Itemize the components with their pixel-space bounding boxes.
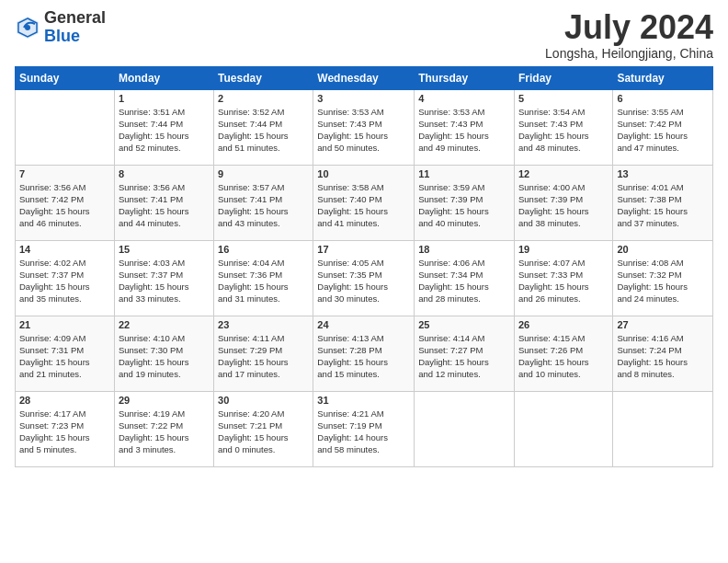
day-number: 20: [617, 244, 709, 255]
day-cell: 2Sunrise: 3:52 AMSunset: 7:44 PMDaylight…: [214, 89, 313, 165]
cell-info: Sunrise: 4:13 AMSunset: 7:28 PMDaylight:…: [317, 332, 410, 381]
day-number: 2: [218, 93, 309, 104]
day-cell: [16, 89, 115, 165]
day-number: 5: [518, 93, 609, 104]
day-number: 6: [617, 93, 709, 104]
day-cell: 3Sunrise: 3:53 AMSunset: 7:43 PMDaylight…: [313, 89, 415, 165]
week-row-5: 28Sunrise: 4:17 AMSunset: 7:23 PMDayligh…: [16, 391, 713, 466]
logo-text: General Blue: [44, 9, 106, 46]
week-row-2: 7Sunrise: 3:56 AMSunset: 7:42 PMDaylight…: [16, 165, 713, 240]
day-cell: [613, 391, 713, 466]
day-cell: 10Sunrise: 3:58 AMSunset: 7:40 PMDayligh…: [313, 165, 415, 240]
logo-general: General: [44, 8, 106, 27]
cell-info: Sunrise: 3:58 AMSunset: 7:40 PMDaylight:…: [317, 181, 410, 230]
day-cell: 23Sunrise: 4:11 AMSunset: 7:29 PMDayligh…: [214, 316, 313, 391]
header-cell-tuesday: Tuesday: [214, 66, 313, 89]
cell-info: Sunrise: 4:03 AMSunset: 7:37 PMDaylight:…: [119, 257, 210, 305]
day-number: 15: [119, 244, 210, 255]
day-number: 1: [119, 93, 210, 104]
day-number: 22: [119, 319, 210, 330]
day-cell: 12Sunrise: 4:00 AMSunset: 7:39 PMDayligh…: [514, 165, 612, 240]
day-cell: 7Sunrise: 3:56 AMSunset: 7:42 PMDaylight…: [16, 165, 115, 240]
day-number: 24: [317, 319, 410, 330]
day-cell: 13Sunrise: 4:01 AMSunset: 7:38 PMDayligh…: [613, 165, 713, 240]
day-cell: 16Sunrise: 4:04 AMSunset: 7:36 PMDayligh…: [214, 240, 313, 316]
day-cell: 31Sunrise: 4:21 AMSunset: 7:19 PMDayligh…: [313, 391, 415, 466]
day-cell: 20Sunrise: 4:08 AMSunset: 7:32 PMDayligh…: [613, 240, 713, 316]
day-cell: 18Sunrise: 4:06 AMSunset: 7:34 PMDayligh…: [415, 240, 515, 316]
day-cell: 25Sunrise: 4:14 AMSunset: 7:27 PMDayligh…: [415, 316, 515, 391]
day-cell: [415, 391, 515, 466]
day-cell: 11Sunrise: 3:59 AMSunset: 7:39 PMDayligh…: [415, 165, 515, 240]
logo-blue: Blue: [44, 27, 80, 45]
day-cell: 17Sunrise: 4:05 AMSunset: 7:35 PMDayligh…: [313, 240, 415, 316]
header-cell-monday: Monday: [114, 66, 213, 89]
header-cell-friday: Friday: [514, 66, 612, 89]
day-cell: 9Sunrise: 3:57 AMSunset: 7:41 PMDaylight…: [214, 165, 313, 240]
cell-info: Sunrise: 3:56 AMSunset: 7:42 PMDaylight:…: [19, 181, 110, 230]
cell-info: Sunrise: 4:04 AMSunset: 7:36 PMDaylight:…: [218, 257, 309, 305]
day-number: 31: [317, 395, 410, 406]
header: General Blue July 2024 Longsha, Heilongj…: [15, 9, 713, 61]
cell-info: Sunrise: 3:59 AMSunset: 7:39 PMDaylight:…: [418, 181, 510, 230]
cell-info: Sunrise: 4:06 AMSunset: 7:34 PMDaylight:…: [418, 257, 510, 305]
cell-info: Sunrise: 4:17 AMSunset: 7:23 PMDaylight:…: [19, 408, 110, 456]
day-cell: 4Sunrise: 3:53 AMSunset: 7:43 PMDaylight…: [415, 89, 515, 165]
day-cell: 30Sunrise: 4:20 AMSunset: 7:21 PMDayligh…: [214, 391, 313, 466]
day-number: 3: [317, 93, 410, 104]
day-cell: 6Sunrise: 3:55 AMSunset: 7:42 PMDaylight…: [613, 89, 713, 165]
header-cell-saturday: Saturday: [613, 66, 713, 89]
month-title: July 2024: [545, 9, 713, 46]
day-cell: 1Sunrise: 3:51 AMSunset: 7:44 PMDaylight…: [114, 89, 213, 165]
day-number: 25: [418, 319, 510, 330]
day-cell: 29Sunrise: 4:19 AMSunset: 7:22 PMDayligh…: [114, 391, 213, 466]
day-number: 18: [418, 244, 510, 255]
cell-info: Sunrise: 3:53 AMSunset: 7:43 PMDaylight:…: [418, 106, 510, 155]
location: Longsha, Heilongjiang, China: [545, 46, 713, 61]
page: General Blue July 2024 Longsha, Heilongj…: [0, 0, 728, 563]
header-cell-thursday: Thursday: [415, 66, 515, 89]
week-row-1: 1Sunrise: 3:51 AMSunset: 7:44 PMDaylight…: [16, 89, 713, 165]
day-cell: 26Sunrise: 4:15 AMSunset: 7:26 PMDayligh…: [514, 316, 612, 391]
cell-info: Sunrise: 4:01 AMSunset: 7:38 PMDaylight:…: [617, 181, 709, 230]
day-cell: [514, 391, 612, 466]
cell-info: Sunrise: 4:02 AMSunset: 7:37 PMDaylight:…: [19, 257, 110, 305]
svg-point-2: [25, 25, 30, 30]
logo-icon: [15, 15, 40, 40]
day-number: 21: [19, 319, 110, 330]
cell-info: Sunrise: 4:19 AMSunset: 7:22 PMDaylight:…: [119, 408, 210, 456]
day-cell: 8Sunrise: 3:56 AMSunset: 7:41 PMDaylight…: [114, 165, 213, 240]
cell-info: Sunrise: 3:56 AMSunset: 7:41 PMDaylight:…: [119, 181, 210, 230]
day-number: 26: [518, 319, 609, 330]
cell-info: Sunrise: 3:54 AMSunset: 7:43 PMDaylight:…: [518, 106, 609, 155]
cell-info: Sunrise: 4:15 AMSunset: 7:26 PMDaylight:…: [518, 332, 609, 381]
cell-info: Sunrise: 3:53 AMSunset: 7:43 PMDaylight:…: [317, 106, 410, 155]
day-cell: 15Sunrise: 4:03 AMSunset: 7:37 PMDayligh…: [114, 240, 213, 316]
day-cell: 21Sunrise: 4:09 AMSunset: 7:31 PMDayligh…: [16, 316, 115, 391]
day-number: 7: [19, 168, 110, 179]
day-cell: 27Sunrise: 4:16 AMSunset: 7:24 PMDayligh…: [613, 316, 713, 391]
day-cell: 24Sunrise: 4:13 AMSunset: 7:28 PMDayligh…: [313, 316, 415, 391]
day-number: 29: [119, 395, 210, 406]
header-cell-sunday: Sunday: [16, 66, 115, 89]
day-number: 28: [19, 395, 110, 406]
day-cell: 5Sunrise: 3:54 AMSunset: 7:43 PMDaylight…: [514, 89, 612, 165]
header-row: SundayMondayTuesdayWednesdayThursdayFrid…: [16, 66, 713, 89]
day-number: 11: [418, 168, 510, 179]
day-cell: 14Sunrise: 4:02 AMSunset: 7:37 PMDayligh…: [16, 240, 115, 316]
day-number: 19: [518, 244, 609, 255]
day-number: 30: [218, 395, 309, 406]
day-number: 16: [218, 244, 309, 255]
day-number: 13: [617, 168, 709, 179]
day-number: 4: [418, 93, 510, 104]
header-cell-wednesday: Wednesday: [313, 66, 415, 89]
cell-info: Sunrise: 4:08 AMSunset: 7:32 PMDaylight:…: [617, 257, 709, 305]
calendar-table: SundayMondayTuesdayWednesdayThursdayFrid…: [15, 66, 713, 467]
cell-info: Sunrise: 4:09 AMSunset: 7:31 PMDaylight:…: [19, 332, 110, 381]
cell-info: Sunrise: 3:55 AMSunset: 7:42 PMDaylight:…: [617, 106, 709, 155]
cell-info: Sunrise: 4:11 AMSunset: 7:29 PMDaylight:…: [218, 332, 309, 381]
logo: General Blue: [15, 9, 106, 46]
week-row-3: 14Sunrise: 4:02 AMSunset: 7:37 PMDayligh…: [16, 240, 713, 316]
cell-info: Sunrise: 3:52 AMSunset: 7:44 PMDaylight:…: [218, 106, 309, 155]
day-number: 17: [317, 244, 410, 255]
